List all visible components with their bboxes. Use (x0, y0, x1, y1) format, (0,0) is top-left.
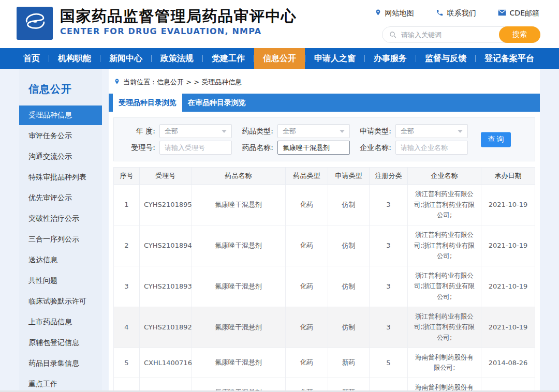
nav-item-3[interactable]: 新闻中心 (100, 48, 151, 69)
drug-name-input[interactable] (277, 141, 350, 155)
table-cell: 2021-10-19 (481, 185, 535, 225)
nav-item-10[interactable]: 登记备案平台 (476, 48, 543, 69)
column-header: 序号 (114, 168, 140, 185)
table-cell: 5 (114, 348, 140, 378)
query-button[interactable]: 查询 (481, 132, 511, 147)
table-cell: 海南普利制药股份有限公司; (408, 348, 481, 378)
search-icon (389, 31, 397, 41)
table-cell: 仿制 (328, 266, 370, 307)
table-cell: 浙江普利药业有限公司;浙江普利药业有限公司; (408, 307, 481, 348)
site-subtitle: CENTER FOR DRUG EVALUATION, NMPA (60, 26, 297, 36)
table-cell: 2014-08-26 (481, 378, 535, 392)
company-input[interactable] (395, 141, 468, 155)
sidebar-item-14[interactable]: 重点工作 (19, 374, 102, 392)
table-cell: 6 (114, 378, 140, 392)
sidebar-item-1[interactable]: 受理品种信息 (19, 105, 102, 125)
site-search-bar: 搜索 (382, 26, 540, 43)
table-cell: CYHS2101893 (140, 266, 192, 307)
nav-item-6[interactable]: 信息公开 (254, 48, 305, 69)
year-select[interactable]: 全部 (159, 124, 232, 138)
results-table: 序号受理号药品名称药品类型申请类型注册分类企业名称承办日期 1CYHS21018… (113, 167, 535, 392)
table-cell: 海南普利制药股份有限公司; (408, 378, 481, 392)
table-cell: 化药 (286, 225, 328, 266)
drug-type-filter: 药品类型: 全部 (237, 124, 350, 138)
drug-type-select[interactable]: 全部 (277, 124, 350, 138)
content-area: 信息公开 受理品种信息审评任务公示沟通交流公示特殊审批品种列表优先审评公示突破性… (0, 69, 559, 390)
table-cell: 仿制 (328, 307, 370, 348)
table-row[interactable]: 1CYHS2101895氟康唑干混悬剂化药仿制3浙江普利药业有限公司;浙江普利药… (114, 185, 535, 225)
table-row[interactable]: 3CYHS2101893氟康唑干混悬剂化药仿制3浙江普利药业有限公司;浙江普利药… (114, 266, 535, 307)
breadcrumb-pin-icon (114, 78, 120, 87)
site-header: 国家药品监督管理局药品审评中心 CENTER FOR DRUG EVALUATI… (0, 0, 559, 48)
sitemap-link[interactable]: 网站地图 (375, 8, 414, 18)
year-filter: 年 度: 全部 (119, 124, 232, 138)
filter-panel: 年 度: 全部 药品类型: 全部 申请类型: (113, 117, 535, 161)
nav-item-9[interactable]: 监督与反馈 (416, 48, 475, 69)
contact-link[interactable]: 联系我们 (436, 8, 476, 18)
sidebar-title: 信息公开 (19, 69, 102, 105)
table-cell: CYHS2101892 (140, 307, 192, 348)
table-cell: 3 (114, 266, 140, 307)
chevron-down-icon (222, 130, 227, 133)
table-cell: 化药 (286, 307, 328, 348)
sidebar-item-2[interactable]: 审评任务公示 (19, 126, 102, 146)
sitemap-label: 网站地图 (385, 9, 414, 18)
sidebar-item-11[interactable]: 上市药品信息 (19, 312, 102, 332)
sidebar-item-9[interactable]: 共性问题 (19, 271, 102, 291)
table-cell: 4 (114, 307, 140, 348)
sidebar-item-8[interactable]: 送达信息 (19, 250, 102, 270)
table-cell: 化药 (286, 348, 328, 378)
title-block: 国家药品监督管理局药品审评中心 CENTER FOR DRUG EVALUATI… (60, 8, 297, 36)
column-header: 承办日期 (481, 168, 535, 185)
table-cell: 浙江普利药业有限公司;浙江普利药业有限公司; (408, 266, 481, 307)
phone-icon (436, 9, 444, 18)
table-cell: 仿制 (328, 225, 370, 266)
table-cell: 氟康唑干混悬剂 (192, 378, 286, 392)
nav-item-8[interactable]: 办事服务 (365, 48, 416, 69)
nav-item-5[interactable]: 党建工作 (203, 48, 254, 69)
drug-name-filter: 药品名称: (237, 141, 350, 155)
accept-no-filter: 受理号: (119, 141, 232, 155)
table-row[interactable]: 5CXHL1400716氟康唑干混悬剂化药新药5海南普利制药股份有限公司;201… (114, 348, 535, 378)
sidebar-item-3[interactable]: 沟通交流公示 (19, 147, 102, 167)
site-search-button[interactable]: 搜索 (499, 26, 540, 43)
apply-type-select[interactable]: 全部 (395, 124, 468, 138)
sidebar-item-7[interactable]: 三合一序列公示 (19, 230, 102, 249)
table-row[interactable]: 6CXHL1400715氟康唑干混悬剂化药新药5海南普利制药股份有限公司;201… (114, 378, 535, 392)
tab-accepted-catalog[interactable]: 受理品种目录浏览 (113, 94, 182, 112)
nav-item-1[interactable]: 首页 (14, 48, 49, 69)
sidebar-item-4[interactable]: 特殊审批品种列表 (19, 168, 102, 187)
tab-under-review-catalog[interactable]: 在审品种目录浏览 (182, 94, 252, 112)
table-cell: 2014-08-26 (481, 348, 535, 378)
sidebar-item-12[interactable]: 原辅包登记信息 (19, 333, 102, 353)
column-header: 注册分类 (370, 168, 408, 185)
cde-logo (17, 7, 53, 40)
table-cell: 化药 (286, 378, 328, 392)
results-table-wrap: 序号受理号药品名称药品类型申请类型注册分类企业名称承办日期 1CYHS21018… (113, 167, 535, 392)
sidebar-menu: 受理品种信息审评任务公示沟通交流公示特殊审批品种列表优先审评公示突破性治疗公示三… (19, 105, 102, 392)
drug-name-label: 药品名称: (237, 143, 273, 153)
table-row[interactable]: 4CYHS2101892氟康唑干混悬剂化药仿制3浙江普利药业有限公司;浙江普利药… (114, 307, 535, 348)
sidebar-item-10[interactable]: 临床试验默示许可 (19, 292, 102, 311)
nav-item-4[interactable]: 政策法规 (152, 48, 202, 69)
nav-item-7[interactable]: 申请人之窗 (305, 48, 364, 69)
table-cell: 氟康唑干混悬剂 (192, 266, 286, 307)
drug-type-label: 药品类型: (237, 127, 273, 136)
table-cell: 5 (370, 378, 408, 392)
main-panel: 当前位置：信息公开 > > 受理品种信息 受理品种目录浏览 在审品种目录浏览 年… (109, 69, 540, 390)
drug-type-select-value: 全部 (283, 127, 296, 136)
table-row[interactable]: 2CYHS2101894氟康唑干混悬剂化药仿制3浙江普利药业有限公司;浙江普利药… (114, 225, 535, 266)
sidebar-item-5[interactable]: 优先审评公示 (19, 188, 102, 208)
site-title: 国家药品监督管理局药品审评中心 (60, 8, 297, 25)
chevron-down-icon (340, 130, 345, 133)
table-cell: CXHL1400715 (140, 378, 192, 392)
cde-mail-link[interactable]: CDE邮箱 (498, 8, 539, 18)
sidebar-item-6[interactable]: 突破性治疗公示 (19, 209, 102, 229)
sidebar-item-13[interactable]: 药品目录集信息 (19, 354, 102, 373)
accept-no-input[interactable] (159, 141, 232, 155)
site-search-input[interactable] (401, 27, 494, 42)
company-label: 企业名称: (355, 143, 391, 153)
nav-item-2[interactable]: 机构职能 (49, 48, 100, 69)
year-select-value: 全部 (165, 127, 178, 136)
table-cell: CYHS2101895 (140, 185, 192, 225)
